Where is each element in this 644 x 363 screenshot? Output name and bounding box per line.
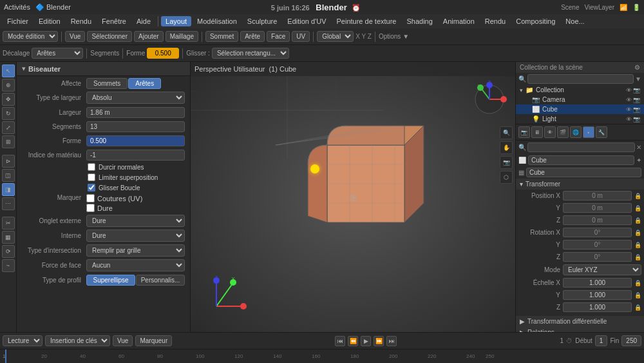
props-search-input[interactable] <box>527 142 635 152</box>
select-tool[interactable]: ↖ <box>2 64 15 77</box>
rot-z-lock[interactable]: 🔒 <box>634 254 641 260</box>
indice-val[interactable]: -1 <box>86 150 185 161</box>
marker-btn[interactable]: Marqueur <box>135 335 172 346</box>
mesh-btn[interactable]: Maillage <box>166 31 198 42</box>
bevel-panel-header[interactable]: ▾ Biseauter <box>17 62 190 76</box>
menu-fichier[interactable]: Fichier <box>3 16 33 26</box>
scale-x-lock[interactable]: 🔒 <box>634 280 641 286</box>
prev-keyframe-btn[interactable]: ⏪ <box>348 336 358 346</box>
object-name-input[interactable] <box>528 155 634 165</box>
vertex-btn[interactable]: Sommet <box>205 31 238 42</box>
jump-start-btn[interactable]: ⏮ <box>335 336 345 346</box>
pos-z-val[interactable]: 0 m <box>563 215 632 225</box>
camera-icon[interactable]: 📷 <box>500 156 513 169</box>
light-vis-icon[interactable]: 👁 <box>626 116 632 123</box>
tab-noe[interactable]: Noe... <box>561 16 589 26</box>
prop-output-icon[interactable]: 🖥 <box>531 126 543 138</box>
rot-x-val[interactable]: 0° <box>563 228 632 237</box>
scale-tool[interactable]: ⤢ <box>2 121 15 134</box>
play-btn[interactable]: ▶ <box>361 336 371 346</box>
interne-select[interactable]: Dure <box>86 230 185 242</box>
render-icon[interactable]: ⬡ <box>500 171 513 184</box>
segments-val[interactable]: 13 <box>86 121 185 132</box>
jump-end-btn[interactable]: ⏭ <box>386 336 397 346</box>
coutures-checkbox[interactable] <box>86 194 95 202</box>
filter-icon[interactable]: ▼ <box>635 75 641 83</box>
cursor-tool[interactable]: ⊕ <box>2 79 15 92</box>
rot-z-val[interactable]: 0° <box>563 252 632 262</box>
force-face-select[interactable]: Aucun <box>86 259 185 271</box>
tab-compositing[interactable]: Compositing <box>511 16 560 26</box>
sommets-btn[interactable]: Sommets <box>86 78 128 89</box>
prop-view-icon[interactable]: 👁 <box>544 126 556 138</box>
tab-modelisation[interactable]: Modélisation <box>193 16 242 26</box>
light-render-icon[interactable]: 📷 <box>633 116 640 123</box>
smooth-tool[interactable]: ~ <box>2 259 15 272</box>
knife-tool[interactable]: ✂ <box>2 217 15 230</box>
outliner-collection[interactable]: ▾ 📁 Collection 👁 📷 <box>516 85 644 95</box>
spin-tool[interactable]: ⟳ <box>2 245 15 258</box>
tab-sculpture[interactable]: Sculpture <box>243 16 281 26</box>
tab-rendu[interactable]: Rendu <box>480 16 510 26</box>
scale-y-val[interactable]: 1.000 <box>563 290 632 300</box>
blender-logo-label[interactable]: 🔷 Blender <box>35 3 71 12</box>
forme-val[interactable]: 0.500 <box>86 135 185 146</box>
menu-rendu[interactable]: Rendu <box>66 16 96 26</box>
cam-render-icon[interactable]: 📷 <box>633 97 640 103</box>
glisser-select[interactable]: Sélection rectangu... <box>212 48 289 59</box>
start-frame[interactable]: 1 <box>595 335 608 346</box>
bevel-tool[interactable]: ◨ <box>2 183 15 196</box>
menu-aide[interactable]: Aide <box>132 16 155 26</box>
move-tool[interactable]: ✥ <box>2 93 15 106</box>
rotate-tool[interactable]: ↻ <box>2 107 15 120</box>
menu-fenetre[interactable]: Fenêtre <box>97 16 131 26</box>
durcir-checkbox[interactable] <box>88 163 95 171</box>
search-input[interactable] <box>527 74 634 84</box>
rot-x-lock[interactable]: 🔒 <box>634 230 641 236</box>
dure-checkbox[interactable] <box>86 204 95 212</box>
view-timeline-btn[interactable]: Vue <box>113 335 133 346</box>
type-largeur-select[interactable]: Absolu <box>86 92 185 104</box>
pos-x-val[interactable]: 0 m <box>563 191 632 201</box>
superellipse-btn[interactable]: Superellipse <box>86 275 135 286</box>
onglet-ext-select[interactable]: Dure <box>86 215 185 227</box>
outliner-cube[interactable]: ▾ ⬜ Cube 👁 📷 <box>516 104 644 114</box>
prop-modifier-icon[interactable]: 🔧 <box>596 126 607 138</box>
prop-render-icon[interactable]: 📷 <box>518 126 530 138</box>
visibility-icon[interactable]: 👁 <box>626 87 632 93</box>
pos-y-val[interactable]: 0 m <box>563 203 632 213</box>
poly-build-tool[interactable]: ▦ <box>2 231 15 244</box>
rot-y-lock[interactable]: 🔒 <box>634 242 641 248</box>
next-keyframe-btn[interactable]: ⏩ <box>374 336 384 346</box>
pos-y-lock[interactable]: 🔒 <box>634 205 641 211</box>
outliner-light[interactable]: ▾ 💡 Light 👁 📷 <box>516 114 644 124</box>
loop-cut-tool[interactable]: ⋯ <box>2 197 15 210</box>
outliner-camera[interactable]: ▾ 📷 Camera 👁 📷 <box>516 95 644 104</box>
cube-render-icon[interactable]: 📷 <box>633 106 640 113</box>
prop-object-icon[interactable]: ▪ <box>583 126 594 138</box>
transform-select[interactable]: Global <box>317 31 354 42</box>
glisser-checkbox[interactable] <box>88 184 95 191</box>
cam-vis-icon[interactable]: 👁 <box>626 97 632 103</box>
tab-texture[interactable]: Peinture de texture <box>332 16 401 26</box>
decalage-select[interactable]: Arêtes <box>32 48 83 59</box>
props-filter-icon[interactable]: ✕ <box>636 144 641 151</box>
relations-header[interactable]: ▶ Relations <box>516 327 644 332</box>
type-inter-select[interactable]: Remplir par grille <box>86 244 185 257</box>
uv-btn[interactable]: UV <box>292 31 310 42</box>
transformer-header[interactable]: ▾ Transformer <box>516 179 644 190</box>
custom-btn[interactable]: Personnalis... <box>136 275 185 286</box>
prop-world-icon[interactable]: 🌐 <box>570 126 582 138</box>
zoom-icon[interactable]: 🔍 <box>500 126 513 139</box>
rot-y-val[interactable]: 0° <box>563 240 632 250</box>
tab-layout[interactable]: Layout <box>161 16 191 26</box>
largeur-val[interactable]: 1.86 m <box>86 107 185 118</box>
viewport-gizmo[interactable]: X Y Z <box>470 80 509 119</box>
play-select[interactable]: Lecture <box>3 335 43 346</box>
hand-icon[interactable]: ✋ <box>500 141 513 154</box>
mesh-name-input[interactable] <box>526 168 641 177</box>
add-btn[interactable]: Ajouter <box>134 31 164 42</box>
scale-z-lock[interactable]: 🔒 <box>634 304 641 311</box>
end-frame[interactable]: 250 <box>621 335 641 346</box>
limiter-checkbox[interactable] <box>88 173 95 181</box>
